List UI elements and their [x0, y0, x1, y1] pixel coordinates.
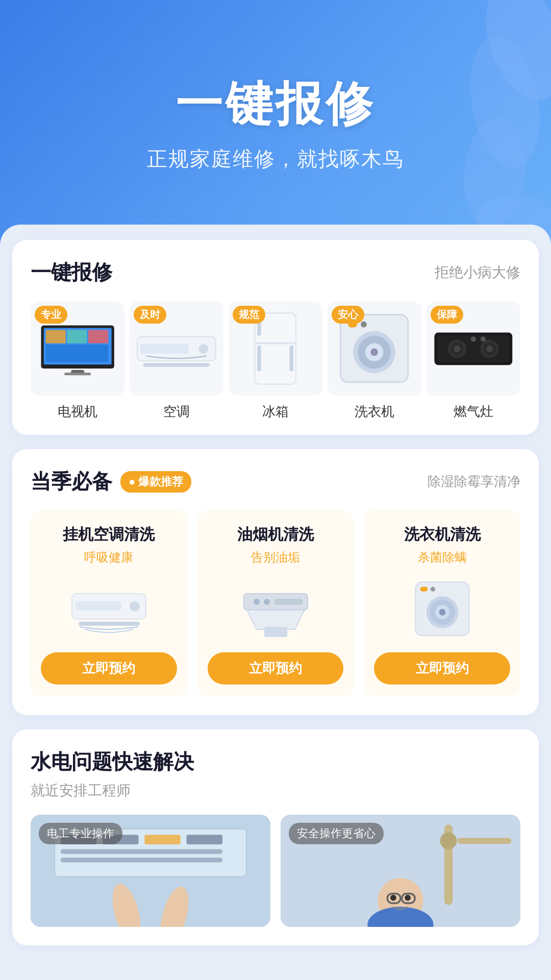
appliance-badge-fridge: 规范 [233, 306, 265, 324]
appliance-img-fridge: 规范 [229, 302, 322, 396]
appliance-badge-tv: 专业 [35, 306, 67, 324]
svg-point-38 [486, 346, 493, 352]
ac-clean-icon [69, 578, 148, 640]
dot-icon: ● [129, 475, 135, 488]
appliance-img-stove: 保障 [427, 302, 520, 396]
we-img-electrician[interactable]: 电工专业操作 [31, 815, 270, 927]
svg-rect-9 [45, 345, 108, 362]
svg-rect-67 [61, 857, 222, 862]
hero-hand-decoration [352, 0, 551, 245]
quick-repair-header: 一键报修 拒绝小病大修 [31, 258, 520, 286]
svg-rect-43 [76, 601, 121, 610]
we-title: 水电问题快速解决 [31, 748, 520, 776]
service-name-hood-clean: 油烟机清洗 [237, 524, 314, 545]
appliance-label-stove: 燃气灶 [454, 403, 493, 421]
service-grid: 挂机空调清洗 呼吸健康 立即预约 油烟机清洗 [31, 510, 520, 697]
service-item-washer-clean[interactable]: 洗衣机清洗 杀菌除螨 立即预约 [364, 510, 520, 697]
we-subtitle: 就近安排工程师 [31, 781, 520, 800]
seasonal-right: 除湿除霉享清净 [428, 473, 520, 491]
svg-point-49 [254, 599, 260, 605]
appliance-label-tv: 电视机 [58, 403, 97, 421]
appliance-badge-ac: 及时 [134, 306, 166, 324]
svg-rect-59 [431, 587, 435, 592]
svg-point-28 [371, 349, 379, 356]
service-desc-ac-clean: 呼吸健康 [84, 549, 133, 566]
appliance-item-stove[interactable]: 保障 燃气灶 [427, 302, 520, 421]
svg-rect-46 [264, 627, 287, 637]
svg-rect-66 [61, 849, 222, 854]
service-img-washer-clean [402, 576, 483, 642]
svg-rect-19 [255, 342, 296, 344]
svg-point-40 [481, 336, 486, 341]
stove-icon [431, 316, 516, 382]
svg-rect-20 [258, 346, 262, 372]
service-desc-hood-clean: 告别油垢 [251, 549, 300, 566]
service-item-ac-clean[interactable]: 挂机空调清洗 呼吸健康 立即预约 [31, 510, 187, 697]
appliance-badge-washer: 安心 [332, 306, 364, 324]
svg-rect-7 [67, 330, 87, 344]
svg-point-74 [405, 895, 411, 901]
svg-rect-64 [144, 835, 181, 845]
seasonal-title-group: 当季必备 ● 爆款推荐 [31, 468, 191, 496]
service-name-ac-clean: 挂机空调清洗 [63, 524, 155, 545]
svg-rect-30 [361, 322, 367, 328]
svg-point-15 [199, 344, 209, 354]
service-img-hood-clean [235, 576, 316, 642]
svg-rect-16 [143, 363, 210, 366]
svg-point-44 [130, 601, 140, 611]
water-electric-section: 水电问题快速解决 就近安排工程师 [12, 729, 539, 945]
svg-rect-11 [64, 373, 91, 375]
plumber-image: 安全操作更省心 [281, 815, 520, 927]
electrician-image: 电工专业操作 [31, 815, 270, 927]
seasonal-title: 当季必备 [31, 468, 112, 496]
appliance-item-washer[interactable]: 安心 洗衣机 [328, 302, 421, 421]
svg-point-50 [264, 599, 270, 605]
appliance-grid: 专业 电视机 及时 [31, 302, 520, 421]
svg-point-80 [440, 832, 457, 849]
appliance-img-washer: 安心 [328, 302, 421, 396]
svg-rect-51 [274, 599, 303, 605]
appliance-item-fridge[interactable]: 规范 冰箱 [229, 302, 322, 421]
appliance-badge-stove: 保障 [431, 306, 463, 324]
we-images: 电工专业操作 [31, 815, 520, 927]
svg-point-73 [390, 895, 396, 901]
washer-clean-icon [409, 578, 475, 640]
service-name-washer-clean: 洗衣机清洗 [404, 524, 481, 545]
book-btn-washer-clean[interactable]: 立即预约 [374, 652, 510, 684]
appliance-label-ac: 空调 [163, 403, 190, 421]
appliance-label-fridge: 冰箱 [262, 403, 289, 421]
svg-point-57 [439, 609, 445, 616]
hero-section: 一键报修 正规家庭维修，就找啄木鸟 [0, 0, 551, 245]
tv-icon [38, 313, 117, 384]
hero-title: 一键报修 [176, 72, 375, 136]
seasonal-header: 当季必备 ● 爆款推荐 除湿除霉享清净 [31, 468, 520, 496]
hood-icon [236, 578, 315, 640]
appliance-item-ac[interactable]: 及时 空调 [130, 302, 223, 421]
hero-subtitle: 正规家庭维修，就找啄木鸟 [147, 145, 404, 173]
service-item-hood-clean[interactable]: 油烟机清洗 告别油垢 立即预约 [197, 510, 354, 697]
appliance-img-tv: 专业 [31, 302, 124, 396]
plumber-label: 安全操作更省心 [289, 823, 384, 844]
main-content: 一键报修 拒绝小病大修 专业 [0, 225, 551, 980]
svg-rect-65 [187, 835, 223, 845]
svg-rect-22 [290, 346, 294, 372]
book-btn-ac-clean[interactable]: 立即预约 [41, 652, 177, 684]
book-btn-hood-clean[interactable]: 立即预约 [208, 652, 344, 684]
appliance-item-tv[interactable]: 专业 电视机 [31, 302, 124, 421]
hot-badge: ● 爆款推荐 [120, 471, 191, 493]
svg-point-35 [454, 346, 461, 352]
svg-point-39 [471, 336, 476, 341]
service-desc-washer-clean: 杀菌除螨 [418, 549, 467, 566]
svg-rect-45 [79, 622, 140, 626]
appliance-label-washer: 洗衣机 [355, 403, 394, 421]
svg-rect-6 [45, 330, 65, 344]
svg-rect-8 [88, 330, 108, 344]
quick-repair-title: 一键报修 [31, 258, 112, 286]
svg-rect-14 [140, 344, 189, 354]
svg-rect-58 [420, 587, 428, 592]
electrician-label: 电工专业操作 [39, 823, 122, 844]
quick-repair-card: 一键报修 拒绝小病大修 专业 [12, 240, 539, 435]
service-img-ac-clean [68, 576, 149, 642]
we-img-plumber[interactable]: 安全操作更省心 [281, 815, 520, 927]
ac-icon [134, 321, 219, 377]
